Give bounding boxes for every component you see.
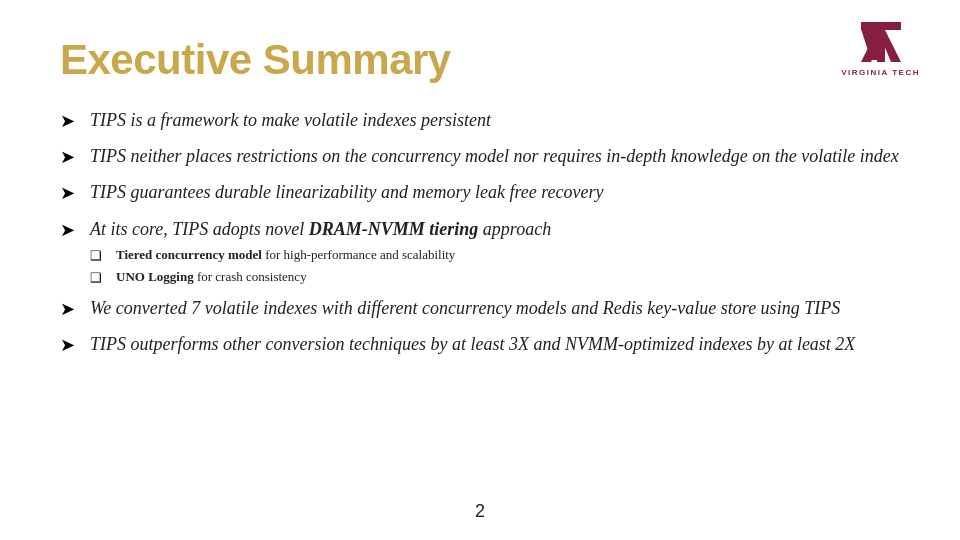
slide-title: Executive Summary (60, 36, 900, 84)
bullet-arrow-1: ➤ (60, 109, 78, 134)
bullet-text-4: At its core, TIPS adopts novel DRAM-NVMM… (90, 217, 551, 242)
sub-bullet-text-1: Tiered concurrency model for high-perfor… (116, 246, 455, 264)
sub-bullet-1-normal: for high-performance and scalability (262, 247, 455, 262)
bullet-item-6: ➤ TIPS outperforms other conversion tech… (60, 332, 900, 358)
bullet-text-5: We converted 7 volatile indexes with dif… (90, 296, 840, 321)
sub-bullet-item-2: ❑ UNO Logging for crash consistency (90, 268, 551, 286)
bullet-arrow-2: ➤ (60, 145, 78, 170)
page-number: 2 (475, 501, 485, 522)
bullet-arrow-3: ➤ (60, 181, 78, 206)
vt-logo-icon (857, 18, 905, 66)
sub-bullet-square-1: ❑ (90, 248, 106, 264)
bullet-4-after: approach (478, 219, 551, 239)
content-area: ➤ TIPS is a framework to make volatile i… (60, 108, 900, 359)
bullet-4-content: At its core, TIPS adopts novel DRAM-NVMM… (90, 217, 551, 287)
bullet-item-1: ➤ TIPS is a framework to make volatile i… (60, 108, 900, 134)
sub-bullet-item-1: ❑ Tiered concurrency model for high-perf… (90, 246, 551, 264)
bullet-item-4: ➤ At its core, TIPS adopts novel DRAM-NV… (60, 217, 900, 287)
bullet-text-6: TIPS outperforms other conversion techni… (90, 332, 855, 357)
bullet-text-3: TIPS guarantees durable linearizability … (90, 180, 604, 205)
bullet-arrow-6: ➤ (60, 333, 78, 358)
bullet-text-2: TIPS neither places restrictions on the … (90, 144, 899, 169)
bullet-item-2: ➤ TIPS neither places restrictions on th… (60, 144, 900, 170)
bullet-item-5: ➤ We converted 7 volatile indexes with d… (60, 296, 900, 322)
virginia-tech-label: VIRGINIA TECH (841, 68, 920, 77)
sub-bullet-square-2: ❑ (90, 270, 106, 286)
sub-bullet-text-2: UNO Logging for crash consistency (116, 268, 307, 286)
bullet-text-1: TIPS is a framework to make volatile ind… (90, 108, 491, 133)
sub-bullet-2-bold: UNO Logging (116, 269, 194, 284)
sub-bullet-2-normal: for crash consistency (194, 269, 307, 284)
sub-bullet-1-bold: Tiered concurrency model (116, 247, 262, 262)
sub-bullets-4: ❑ Tiered concurrency model for high-perf… (90, 246, 551, 286)
bullet-item-3: ➤ TIPS guarantees durable linearizabilit… (60, 180, 900, 206)
bullet-4-bold: DRAM-NVMM tiering (309, 219, 479, 239)
logo-area: VIRGINIA TECH (841, 18, 920, 77)
svg-marker-5 (861, 29, 878, 60)
svg-rect-4 (878, 22, 884, 62)
bullet-4-before: At its core, TIPS adopts novel (90, 219, 309, 239)
bullet-arrow-4: ➤ (60, 218, 78, 243)
slide: VIRGINIA TECH Executive Summary ➤ TIPS i… (0, 0, 960, 540)
bullet-arrow-5: ➤ (60, 297, 78, 322)
